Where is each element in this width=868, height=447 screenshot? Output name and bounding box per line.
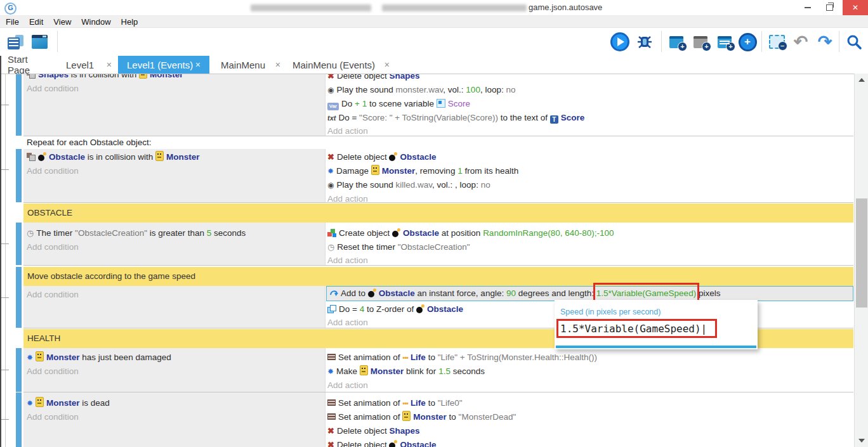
project-manager-icon	[8, 35, 23, 49]
project-manager-button[interactable]	[5, 32, 25, 52]
add-condition-button[interactable]: Add condition	[27, 288, 79, 301]
group-header-move-obstacle[interactable]: Move obstacle according to the game spee…	[23, 267, 853, 286]
placeholder-text: Add action	[327, 126, 368, 136]
minus-badge: –	[778, 41, 787, 51]
condition-row[interactable]: ✸Monster is dead	[27, 397, 110, 410]
object-name: Score	[561, 113, 585, 122]
add-condition-button[interactable]: Add condition	[27, 82, 79, 95]
vertical-scrollbar[interactable]	[854, 74, 868, 447]
add-condition-button[interactable]: Add condition	[27, 411, 79, 424]
action-text: Delete object	[337, 426, 390, 436]
menu-file[interactable]: File	[1, 17, 24, 27]
add-event-button[interactable]: +	[666, 32, 687, 52]
event-handle[interactable]	[0, 370, 9, 370]
undo-icon: ↶	[794, 32, 808, 51]
maximize-button[interactable]	[819, 0, 840, 15]
expression: RandomInRange(80, 640-80);-100	[483, 228, 614, 238]
expression-value: 1.5*Variable(GameSpeed)	[560, 323, 701, 335]
menu-help[interactable]: Help	[116, 17, 143, 27]
redo-button[interactable]: ↷	[815, 32, 835, 52]
add-action-button[interactable]: Add action	[327, 316, 368, 329]
add-condition-button[interactable]: Add condition	[27, 165, 79, 178]
scroll-down-arrow[interactable]	[858, 439, 865, 443]
preview-button[interactable]	[610, 32, 630, 52]
string-value: "Life0"	[438, 398, 463, 408]
event-selection-bar[interactable]	[16, 74, 22, 136]
action-text: an instant force, angle:	[415, 288, 506, 298]
action-row[interactable]: ✖Delete object Obstacle	[327, 439, 437, 447]
repeat-event-header[interactable]: Repeat for each Obstacle object:	[23, 136, 853, 149]
action-row[interactable]: txtDo = "Score: " + ToString(Variable(Sc…	[327, 112, 584, 124]
toolbar: + + + + – ↶ ↷	[0, 28, 868, 56]
event-selection-bar[interactable]	[16, 149, 22, 202]
selected-action-row[interactable]: Add to Obstacle an instant force, angle:…	[326, 286, 853, 301]
action-row[interactable]: ✖Delete object Shapes	[327, 425, 420, 437]
menu-view[interactable]: View	[48, 17, 76, 27]
event-handle[interactable]	[0, 297, 9, 298]
action-row[interactable]: ✖Delete object Obstacle	[327, 151, 437, 164]
action-row[interactable]: Do = 4 to Z-order of Obstacle	[327, 303, 463, 316]
placeholder-text: Add condition	[27, 290, 79, 299]
plus-badge: +	[678, 42, 687, 51]
action-row[interactable]: VarDo + 1 to scene variable Score	[327, 98, 470, 110]
add-new-event-button[interactable]: +	[737, 32, 758, 52]
object-name: Shapes	[38, 74, 69, 79]
event-handle[interactable]	[0, 243, 9, 244]
action-row[interactable]: ◷Reset the timer "ObstacleCreation"	[327, 241, 470, 254]
debug-button[interactable]	[635, 32, 655, 52]
action-row[interactable]: Create object Obstacle at position Rando…	[327, 227, 614, 240]
add-comment-button[interactable]: +	[714, 32, 735, 52]
condition-row[interactable]: Shapes is in collision with Monster	[27, 74, 183, 81]
action-text: Damage	[336, 166, 371, 176]
action-row[interactable]: ◉Play the sound killed.wav, vol.: , loop…	[327, 179, 490, 191]
scene-editor-button[interactable]	[29, 32, 49, 52]
add-condition-button[interactable]: Add condition	[27, 365, 79, 378]
add-condition-button[interactable]: Add condition	[27, 241, 79, 254]
condition-row[interactable]: Obstacle is in collision with Monster	[27, 151, 200, 164]
event-selection-bar[interactable]	[16, 267, 22, 328]
close-button[interactable]: ✕	[843, 0, 868, 15]
unselect-button[interactable]: –	[766, 32, 787, 52]
add-action-button[interactable]: Add action	[327, 379, 368, 392]
tab-mainmenu[interactable]: MainMenu×	[220, 56, 282, 74]
event-selection-bar[interactable]	[16, 223, 22, 265]
action-row[interactable]: Set animation of Monster to "MonsterDead…	[327, 411, 516, 424]
action-row[interactable]: Set animation of •••Life to "Life" + ToS…	[327, 351, 597, 364]
action-row[interactable]: Set animation of •••Life to "Life0"	[327, 397, 463, 410]
tab-level1-events[interactable]: Level1 (Events)×	[118, 56, 209, 74]
event-handle[interactable]	[0, 105, 9, 105]
add-subevent-button[interactable]: +	[690, 32, 711, 52]
search-button[interactable]	[844, 32, 864, 52]
unselect-icon: –	[769, 35, 785, 49]
event-handle[interactable]	[0, 419, 9, 420]
event-selection-bar[interactable]	[16, 348, 22, 392]
scroll-up-arrow[interactable]	[858, 78, 865, 82]
condition-row[interactable]: ◷The timer "ObstacleCreation" is greater…	[27, 227, 246, 240]
tab-close-icon[interactable]: ×	[275, 60, 280, 70]
menu-edit[interactable]: Edit	[24, 17, 48, 27]
event-selection-bar[interactable]	[16, 392, 22, 447]
add-comment-icon: +	[718, 36, 732, 48]
redacted-title-text	[251, 4, 371, 11]
menu-window[interactable]: Window	[76, 17, 115, 27]
action-row[interactable]: ✸Make Monster blink for 1.5 seconds	[327, 365, 485, 378]
action-row[interactable]: ✸Damage Monster, removing 1 from its hea…	[327, 165, 518, 178]
minimize-button[interactable]	[797, 0, 819, 15]
action-row[interactable]: ◉Play the sound monster.wav, vol.: 100, …	[327, 84, 515, 96]
condition-row[interactable]: ✸Monster has just been damaged	[27, 351, 171, 364]
tab-close-icon[interactable]: ×	[107, 60, 112, 70]
expression-input[interactable]: 1.5*Variable(GameSpeed)|	[560, 323, 707, 335]
tab-level1[interactable]: Level1×	[65, 56, 113, 74]
action-row[interactable]: ✖Delete object Shapes	[327, 74, 420, 82]
scrollbar-thumb[interactable]	[856, 198, 867, 308]
tab-mainmenu-events[interactable]: MainMenu (Events)×	[291, 56, 391, 74]
tab-start-page[interactable]: Start Page	[6, 56, 53, 74]
event-handle[interactable]	[0, 169, 9, 170]
tab-close-icon[interactable]: ×	[195, 60, 201, 70]
group-header-obstacle[interactable]: OBSTACLE	[23, 204, 853, 223]
action-row[interactable]: Add to Obstacle an instant force, angle:…	[329, 287, 720, 300]
tab-close-icon[interactable]: ×	[385, 60, 390, 70]
object-name: Monster	[150, 74, 183, 79]
repeat-header-text: Repeat for each Obstacle object:	[27, 138, 152, 147]
undo-button[interactable]: ↶	[791, 32, 811, 52]
